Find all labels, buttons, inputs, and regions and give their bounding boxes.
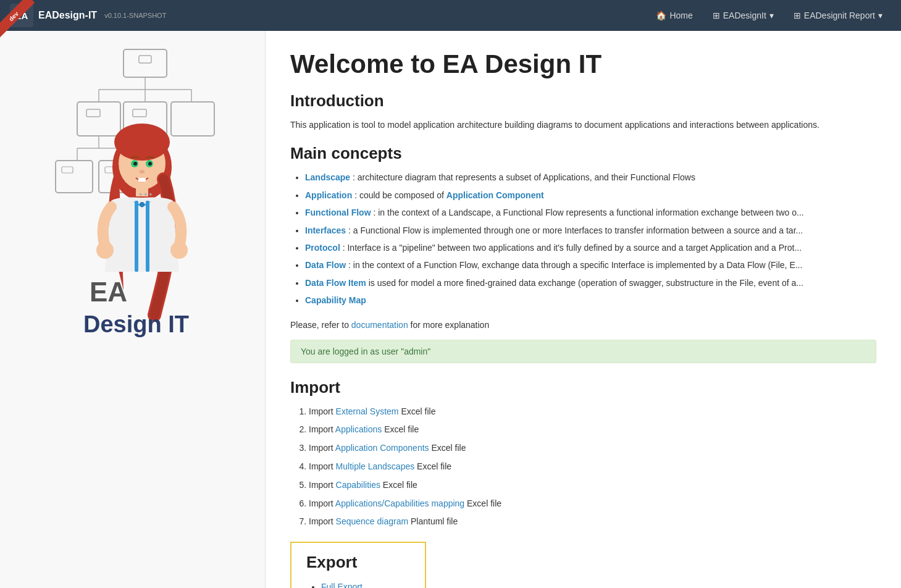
svg-point-35: [170, 242, 188, 259]
nav-eadesignit-label: EADesignIt: [723, 10, 766, 20]
svg-point-34: [96, 242, 114, 259]
link-full-export[interactable]: Full Export: [321, 582, 362, 588]
concept-list: Landscape : architecture diagram that re…: [290, 170, 876, 307]
concept-data-flow-item: Data Flow Item is used for model a more …: [305, 276, 876, 290]
link-application-components[interactable]: Application Components: [335, 443, 429, 453]
svg-point-22: [114, 124, 170, 161]
link-application[interactable]: Application: [305, 190, 352, 200]
import-item-1: Import External System Excel file: [309, 405, 876, 419]
svg-rect-7: [77, 102, 120, 136]
svg-rect-28: [138, 178, 146, 182]
grid-icon-1: ⊞: [713, 10, 720, 20]
svg-rect-11: [171, 102, 214, 136]
import-item-2: Import Applications Excel file: [309, 422, 876, 437]
intro-text: This application is tool to model applic…: [290, 118, 876, 132]
link-applications[interactable]: Applications: [335, 424, 382, 434]
link-multiple-landscapes[interactable]: Multiple Landscapes: [336, 461, 415, 471]
link-capability-map[interactable]: Capability Map: [305, 295, 366, 305]
logo-illustration: ✦✦✦ EA Design IT: [43, 43, 222, 340]
import-item-5: Import Capabilities Excel file: [309, 478, 876, 493]
export-list: Full Export: [306, 579, 410, 588]
nav-eadesignit[interactable]: ⊞ EADesignIt ▾: [704, 6, 782, 25]
export-item-1: Full Export: [321, 579, 410, 588]
import-item-3: Import Application Components Excel file: [309, 441, 876, 456]
import-item-7: Import Sequence diagram Plantuml file: [309, 514, 876, 529]
svg-text:Design IT: Design IT: [83, 311, 189, 337]
dev-ribbon-container: dev: [0, 0, 49, 49]
link-capabilities[interactable]: Capabilities: [336, 480, 380, 490]
concept-protocol: Protocol : Interface is a "pipeline" bet…: [305, 241, 876, 254]
chevron-down-icon-2: ▾: [878, 10, 882, 20]
svg-rect-10: [133, 109, 146, 117]
link-landscape[interactable]: Landscape: [305, 172, 350, 182]
navbar: dev EA EADesign-IT v0.10.1-SNAPSHOT 🏠 Ho…: [0, 0, 901, 31]
svg-rect-16: [56, 161, 93, 193]
svg-rect-18: [62, 167, 73, 173]
import-item-4: Import Multiple Landscapes Excel file: [309, 460, 876, 474]
home-icon: 🏠: [656, 10, 666, 20]
nav-home[interactable]: 🏠 Home: [647, 6, 701, 25]
svg-rect-32: [135, 201, 138, 272]
concept-functional-flow: Functional Flow : in the context of a La…: [305, 206, 876, 219]
nav-eadesignit-report[interactable]: ⊞ EADesignit Report ▾: [785, 6, 891, 25]
alert-logged-in: You are logged in as user "admin": [290, 340, 876, 363]
link-data-flow[interactable]: Data Flow: [305, 260, 346, 270]
svg-text:EA: EA: [90, 277, 127, 307]
link-data-flow-item[interactable]: Data Flow Item: [305, 278, 366, 288]
link-applications-capabilities-mapping[interactable]: Applications/Capabilities mapping: [335, 498, 464, 508]
main-content: Welcome to EA Design IT Introduction Thi…: [266, 31, 901, 588]
navbar-nav: 🏠 Home ⊞ EADesignIt ▾ ⊞ EADesignit Repor…: [647, 6, 891, 25]
nav-report-label: EADesignit Report: [804, 10, 875, 20]
link-app-component[interactable]: Application Component: [446, 190, 544, 200]
svg-rect-33: [146, 201, 149, 272]
export-heading: Export: [306, 553, 410, 572]
svg-text:✦✦✦: ✦✦✦: [138, 191, 153, 198]
svg-point-26: [148, 162, 152, 166]
concept-data-flow: Data Flow : in the context of a Function…: [305, 258, 876, 272]
link-sequence-diagram[interactable]: Sequence diagram: [336, 516, 409, 526]
sidebar: ✦✦✦ EA Design IT: [0, 31, 266, 588]
import-heading: Import: [290, 378, 876, 397]
import-list: Import External System Excel file Import…: [290, 405, 876, 530]
page-layout: ✦✦✦ EA Design IT Welc: [0, 31, 901, 588]
svg-rect-8: [86, 109, 100, 117]
svg-rect-1: [139, 56, 151, 63]
link-functional-flow[interactable]: Functional Flow: [305, 208, 371, 217]
svg-point-27: [140, 170, 145, 174]
svg-point-31: [140, 202, 145, 207]
concept-capability-map: Capability Map: [305, 293, 876, 307]
link-protocol[interactable]: Protocol: [305, 243, 340, 253]
link-documentation[interactable]: documentation: [351, 320, 408, 330]
concept-interfaces: Interfaces : a Functional Flow is implem…: [305, 224, 876, 237]
export-box: Export Full Export: [290, 542, 426, 588]
concept-landscape: Landscape : architecture diagram that re…: [305, 170, 876, 184]
doc-line: Please, refer to documentation for more …: [290, 320, 876, 330]
page-title: Welcome to EA Design IT: [290, 49, 876, 79]
link-interfaces[interactable]: Interfaces: [305, 225, 346, 235]
link-external-system[interactable]: External System: [336, 406, 399, 416]
concepts-heading: Main concepts: [290, 144, 876, 163]
dev-ribbon: dev: [0, 0, 35, 38]
nav-home-label: Home: [669, 10, 692, 20]
concept-application: Application : could be composed of Appli…: [305, 188, 876, 202]
svg-point-25: [133, 162, 137, 166]
chevron-down-icon-1: ▾: [769, 10, 774, 20]
intro-heading: Introduction: [290, 91, 876, 111]
import-item-6: Import Applications/Capabilities mapping…: [309, 497, 876, 511]
navbar-version: v0.10.1-SNAPSHOT: [104, 12, 166, 19]
mascot-svg: ✦✦✦ EA Design IT: [43, 43, 222, 340]
grid-icon-2: ⊞: [794, 10, 801, 20]
